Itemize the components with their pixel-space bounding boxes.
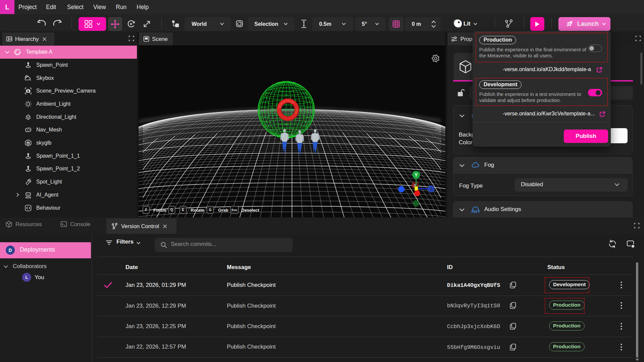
svg-text:Z: Z (430, 186, 433, 192)
svg-text:Y: Y (414, 172, 418, 177)
